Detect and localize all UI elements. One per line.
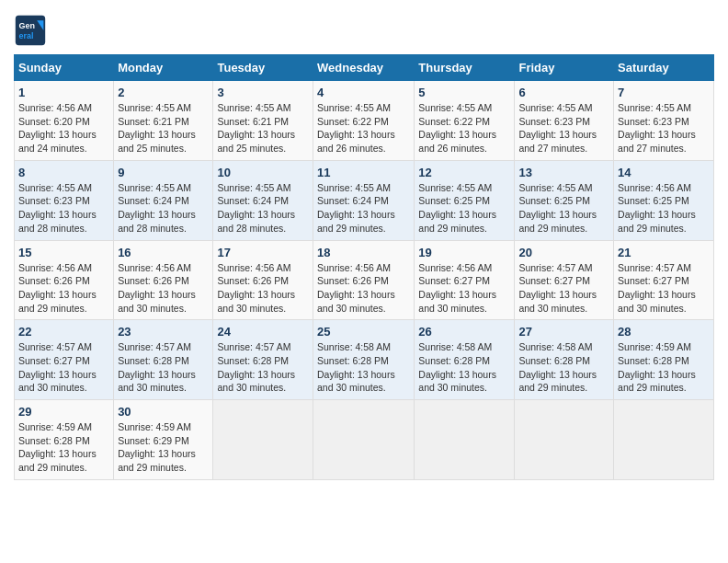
day-info: Sunrise: 4:56 AM Sunset: 6:26 PM Dayligh… [118, 261, 209, 316]
calendar-cell: 20Sunrise: 4:57 AM Sunset: 6:27 PM Dayli… [515, 240, 614, 320]
calendar-cell [213, 400, 313, 480]
day-number: 1 [18, 86, 109, 99]
day-number: 16 [118, 246, 209, 259]
day-number: 6 [518, 86, 609, 99]
day-number: 15 [18, 246, 109, 259]
calendar-cell: 4Sunrise: 4:55 AM Sunset: 6:22 PM Daylig… [313, 81, 415, 161]
day-number: 12 [418, 166, 510, 179]
day-info: Sunrise: 4:56 AM Sunset: 6:26 PM Dayligh… [18, 261, 109, 316]
day-info: Sunrise: 4:57 AM Sunset: 6:27 PM Dayligh… [618, 261, 710, 316]
day-number: 30 [118, 405, 209, 419]
svg-text:eral: eral [18, 31, 33, 40]
day-info: Sunrise: 4:56 AM Sunset: 6:20 PM Dayligh… [18, 101, 109, 155]
week-row-1: 1Sunrise: 4:56 AM Sunset: 6:20 PM Daylig… [15, 81, 714, 161]
day-number: 8 [18, 166, 109, 179]
day-number: 20 [518, 246, 609, 259]
day-info: Sunrise: 4:55 AM Sunset: 6:23 PM Dayligh… [518, 101, 609, 155]
calendar-cell: 29Sunrise: 4:59 AM Sunset: 6:28 PM Dayli… [15, 400, 114, 480]
calendar-cell: 5Sunrise: 4:55 AM Sunset: 6:22 PM Daylig… [415, 81, 515, 161]
calendar-cell: 9Sunrise: 4:55 AM Sunset: 6:24 PM Daylig… [114, 160, 213, 240]
calendar-cell: 19Sunrise: 4:56 AM Sunset: 6:27 PM Dayli… [415, 240, 515, 320]
day-info: Sunrise: 4:55 AM Sunset: 6:25 PM Dayligh… [518, 181, 609, 236]
calendar-cell: 18Sunrise: 4:56 AM Sunset: 6:26 PM Dayli… [313, 240, 415, 320]
calendar-cell [415, 400, 515, 480]
calendar-cell: 12Sunrise: 4:55 AM Sunset: 6:25 PM Dayli… [415, 160, 515, 240]
calendar-table: SundayMondayTuesdayWednesdayThursdayFrid… [14, 54, 714, 480]
day-info: Sunrise: 4:55 AM Sunset: 6:22 PM Dayligh… [317, 101, 410, 155]
day-info: Sunrise: 4:59 AM Sunset: 6:28 PM Dayligh… [18, 420, 109, 475]
day-number: 13 [518, 166, 609, 179]
day-info: Sunrise: 4:55 AM Sunset: 6:23 PM Dayligh… [18, 181, 109, 236]
day-info: Sunrise: 4:55 AM Sunset: 6:24 PM Dayligh… [118, 181, 209, 236]
day-info: Sunrise: 4:57 AM Sunset: 6:28 PM Dayligh… [118, 340, 209, 395]
weekday-header-thursday: Thursday [415, 55, 515, 81]
calendar-cell: 28Sunrise: 4:59 AM Sunset: 6:28 PM Dayli… [614, 320, 714, 400]
day-info: Sunrise: 4:55 AM Sunset: 6:21 PM Dayligh… [217, 101, 309, 155]
day-number: 4 [317, 86, 410, 99]
day-number: 7 [618, 86, 710, 99]
calendar-cell: 25Sunrise: 4:58 AM Sunset: 6:28 PM Dayli… [313, 320, 415, 400]
day-info: Sunrise: 4:56 AM Sunset: 6:25 PM Dayligh… [618, 181, 710, 236]
calendar-cell: 10Sunrise: 4:55 AM Sunset: 6:24 PM Dayli… [213, 160, 313, 240]
day-info: Sunrise: 4:56 AM Sunset: 6:26 PM Dayligh… [317, 261, 410, 316]
day-number: 3 [217, 86, 309, 99]
weekday-header-tuesday: Tuesday [213, 55, 313, 81]
day-number: 26 [418, 325, 510, 339]
calendar-cell: 14Sunrise: 4:56 AM Sunset: 6:25 PM Dayli… [614, 160, 714, 240]
day-info: Sunrise: 4:58 AM Sunset: 6:28 PM Dayligh… [518, 340, 609, 395]
day-number: 11 [317, 166, 410, 179]
weekday-header-wednesday: Wednesday [313, 55, 415, 81]
day-info: Sunrise: 4:59 AM Sunset: 6:29 PM Dayligh… [118, 420, 209, 475]
day-number: 27 [518, 325, 609, 339]
calendar-cell: 30Sunrise: 4:59 AM Sunset: 6:29 PM Dayli… [114, 400, 213, 480]
day-number: 28 [618, 325, 710, 339]
calendar-cell: 24Sunrise: 4:57 AM Sunset: 6:28 PM Dayli… [213, 320, 313, 400]
calendar-cell [313, 400, 415, 480]
weekday-header-sunday: Sunday [15, 55, 114, 81]
calendar-cell: 1Sunrise: 4:56 AM Sunset: 6:20 PM Daylig… [15, 81, 114, 161]
day-number: 23 [118, 325, 209, 339]
calendar-cell: 17Sunrise: 4:56 AM Sunset: 6:26 PM Dayli… [213, 240, 313, 320]
header: Gen eral [14, 14, 714, 47]
day-number: 9 [118, 166, 209, 179]
day-number: 24 [217, 325, 309, 339]
calendar-cell: 3Sunrise: 4:55 AM Sunset: 6:21 PM Daylig… [213, 81, 313, 161]
day-info: Sunrise: 4:55 AM Sunset: 6:22 PM Dayligh… [418, 101, 510, 155]
day-info: Sunrise: 4:59 AM Sunset: 6:28 PM Dayligh… [618, 340, 710, 395]
logo: Gen eral [14, 14, 51, 47]
day-info: Sunrise: 4:58 AM Sunset: 6:28 PM Dayligh… [418, 340, 510, 395]
calendar-cell: 26Sunrise: 4:58 AM Sunset: 6:28 PM Dayli… [415, 320, 515, 400]
day-number: 17 [217, 246, 309, 259]
day-number: 10 [217, 166, 309, 179]
week-row-2: 8Sunrise: 4:55 AM Sunset: 6:23 PM Daylig… [15, 160, 714, 240]
calendar-cell: 15Sunrise: 4:56 AM Sunset: 6:26 PM Dayli… [15, 240, 114, 320]
calendar-cell: 8Sunrise: 4:55 AM Sunset: 6:23 PM Daylig… [15, 160, 114, 240]
day-info: Sunrise: 4:58 AM Sunset: 6:28 PM Dayligh… [317, 340, 410, 395]
day-info: Sunrise: 4:56 AM Sunset: 6:26 PM Dayligh… [217, 261, 309, 316]
calendar-cell [614, 400, 714, 480]
week-row-3: 15Sunrise: 4:56 AM Sunset: 6:26 PM Dayli… [15, 240, 714, 320]
calendar-cell: 22Sunrise: 4:57 AM Sunset: 6:27 PM Dayli… [15, 320, 114, 400]
calendar-cell: 27Sunrise: 4:58 AM Sunset: 6:28 PM Dayli… [515, 320, 614, 400]
day-info: Sunrise: 4:57 AM Sunset: 6:27 PM Dayligh… [518, 261, 609, 316]
weekday-header-saturday: Saturday [614, 55, 714, 81]
calendar-cell: 2Sunrise: 4:55 AM Sunset: 6:21 PM Daylig… [114, 81, 213, 161]
day-info: Sunrise: 4:55 AM Sunset: 6:25 PM Dayligh… [418, 181, 510, 236]
day-info: Sunrise: 4:55 AM Sunset: 6:23 PM Dayligh… [618, 101, 710, 155]
day-number: 22 [18, 325, 109, 339]
day-number: 2 [118, 86, 209, 99]
day-number: 18 [317, 246, 410, 259]
logo-icon: Gen eral [14, 14, 47, 47]
day-number: 5 [418, 86, 510, 99]
header-row: SundayMondayTuesdayWednesdayThursdayFrid… [15, 55, 714, 81]
weekday-header-monday: Monday [114, 55, 213, 81]
day-info: Sunrise: 4:55 AM Sunset: 6:24 PM Dayligh… [217, 181, 309, 236]
day-number: 29 [18, 405, 109, 419]
day-number: 14 [618, 166, 710, 179]
calendar-cell: 16Sunrise: 4:56 AM Sunset: 6:26 PM Dayli… [114, 240, 213, 320]
weekday-header-friday: Friday [515, 55, 614, 81]
calendar-cell: 11Sunrise: 4:55 AM Sunset: 6:24 PM Dayli… [313, 160, 415, 240]
day-number: 21 [618, 246, 710, 259]
week-row-4: 22Sunrise: 4:57 AM Sunset: 6:27 PM Dayli… [15, 320, 714, 400]
calendar-cell [515, 400, 614, 480]
